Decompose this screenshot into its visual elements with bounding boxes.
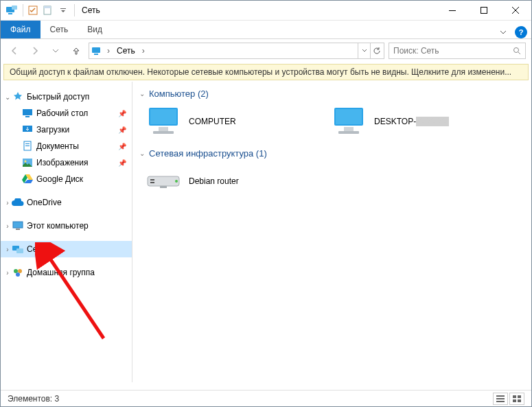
sidebar-item-documents[interactable]: Документы 📌: [10, 138, 132, 154]
history-dropdown-button[interactable]: [47, 43, 64, 59]
window-controls: [437, 1, 531, 20]
view-details-button[interactable]: [493, 393, 508, 405]
window-title: Сеть: [82, 5, 100, 15]
forward-button[interactable]: [27, 43, 43, 59]
chevron-down-icon[interactable]: ⌄: [139, 90, 145, 97]
info-bar[interactable]: Общий доступ к файлам отключен. Некоторы…: [3, 64, 529, 80]
chevron-down-icon[interactable]: ⌄: [3, 93, 12, 101]
item-label: DESKTOP-XXXXXX: [374, 117, 449, 126]
view-icons-button[interactable]: [509, 393, 524, 405]
status-text: Элементов: 3: [8, 394, 59, 404]
svg-rect-7: [449, 10, 456, 11]
sidebar-item-label: Google Диск: [36, 174, 132, 184]
sidebar-item-label: Сеть: [27, 244, 132, 254]
sidebar-homegroup[interactable]: › Домашняя группа: [1, 264, 132, 281]
quickaccess-dropdown-icon[interactable]: [56, 3, 70, 17]
downloads-icon: [21, 124, 34, 136]
svg-rect-46: [518, 399, 521, 402]
chevron-right-icon[interactable]: ›: [3, 246, 12, 253]
main-area: ⌄ Быстрый доступ Рабочий стол 📌 Загрузки…: [1, 82, 531, 382]
item-computer[interactable]: COMPUTER: [145, 106, 316, 137]
pin-icon: 📌: [118, 110, 132, 117]
sidebar-item-label: Документы: [36, 141, 118, 151]
sidebar-item-pictures[interactable]: Изображения 📌: [10, 154, 132, 171]
sidebar-item-label: Рабочий стол: [36, 108, 118, 118]
sidebar-item-desktop[interactable]: Рабочий стол 📌: [10, 105, 132, 121]
separator: [23, 4, 23, 16]
network-icon: [91, 46, 104, 56]
svg-rect-5: [44, 6, 51, 8]
sidebar-onedrive[interactable]: › OneDrive: [1, 194, 132, 211]
group-header-infra[interactable]: ⌄ Сетевая инфраструктура (1): [139, 148, 531, 159]
status-bar: Элементов: 3: [1, 390, 531, 406]
sidebar-network[interactable]: › Сеть: [1, 241, 132, 257]
svg-rect-44: [518, 395, 521, 398]
breadcrumb-segment[interactable]: Сеть: [113, 46, 139, 56]
sidebar-item-label: Этот компьютер: [27, 221, 132, 231]
svg-point-24: [14, 269, 18, 273]
homegroup-icon: [12, 266, 24, 279]
svg-rect-41: [496, 398, 505, 399]
address-dropdown-button[interactable]: [358, 43, 370, 58]
infra-grid: Debian router: [139, 163, 531, 205]
new-window-icon[interactable]: [41, 3, 55, 17]
network-icon: [12, 243, 24, 255]
close-button[interactable]: [500, 1, 531, 20]
chevron-right-icon[interactable]: ›: [3, 222, 12, 230]
sidebar-item-googledrive[interactable]: Google Диск: [10, 171, 132, 187]
sidebar-quick-access[interactable]: ⌄ Быстрый доступ: [1, 89, 132, 105]
refresh-button[interactable]: [370, 43, 382, 58]
back-button[interactable]: [6, 43, 23, 59]
onedrive-icon: [12, 196, 24, 209]
tab-file[interactable]: Файл: [1, 21, 41, 38]
pin-icon: 📌: [118, 143, 132, 150]
svg-rect-28: [150, 109, 176, 124]
help-button[interactable]: ?: [515, 26, 527, 38]
address-bar[interactable]: › Сеть ›: [89, 43, 384, 59]
ribbon-expand-button[interactable]: [496, 29, 511, 36]
router-icon: [145, 165, 182, 197]
sidebar-item-downloads[interactable]: Загрузки 📌: [10, 121, 132, 138]
svg-point-26: [16, 272, 20, 277]
properties-icon[interactable]: [26, 3, 40, 17]
tab-network[interactable]: Сеть: [41, 21, 78, 38]
svg-rect-12: [23, 109, 32, 115]
tab-view[interactable]: Вид: [78, 21, 112, 38]
svg-point-38: [175, 180, 178, 183]
computer-icon: [12, 220, 24, 232]
svg-rect-9: [92, 47, 100, 53]
svg-rect-36: [150, 179, 154, 181]
computer-icon: [330, 106, 367, 137]
minimize-button[interactable]: [437, 1, 468, 20]
search-icon: [513, 47, 521, 55]
svg-rect-13: [25, 116, 30, 117]
svg-rect-39: [160, 186, 167, 188]
svg-rect-40: [496, 395, 505, 397]
desktop-icon: [21, 107, 34, 119]
up-button[interactable]: [68, 43, 84, 59]
titlebar: Сеть: [1, 1, 531, 21]
ribbon: Файл Сеть Вид ?: [1, 21, 531, 39]
pin-icon: 📌: [118, 126, 132, 134]
sidebar-thispc[interactable]: › Этот компьютер: [1, 218, 132, 234]
computer-icon: [145, 106, 182, 137]
chevron-right-icon[interactable]: ›: [104, 46, 113, 56]
svg-rect-29: [159, 127, 168, 131]
chevron-right-icon[interactable]: ›: [3, 199, 12, 207]
chevron-right-icon[interactable]: ›: [3, 269, 12, 277]
sidebar-item-label: Загрузки: [36, 125, 118, 135]
search-input[interactable]: [393, 46, 513, 56]
search-box[interactable]: [389, 43, 526, 59]
item-router[interactable]: Debian router: [145, 165, 316, 197]
item-desktop[interactable]: DESKTOP-XXXXXX: [330, 106, 502, 137]
googledrive-icon: [21, 173, 34, 185]
svg-rect-32: [336, 109, 362, 124]
maximize-button[interactable]: [468, 1, 500, 20]
group-header-computers[interactable]: ⌄ Компьютер (2): [139, 89, 531, 99]
navigation-row: › Сеть ›: [1, 39, 531, 62]
svg-rect-23: [16, 248, 23, 253]
sidebar-item-label: Изображения: [36, 158, 118, 167]
svg-rect-45: [513, 399, 516, 402]
chevron-right-icon[interactable]: ›: [139, 46, 148, 56]
chevron-down-icon[interactable]: ⌄: [139, 150, 145, 157]
